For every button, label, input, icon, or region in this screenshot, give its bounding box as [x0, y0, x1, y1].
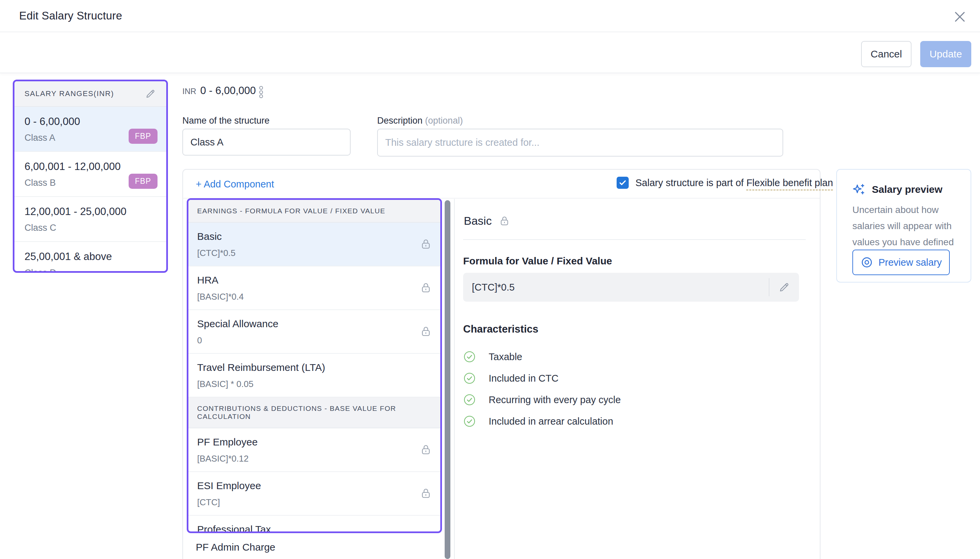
fbp-plan-link[interactable]: Flexible benefit plan [746, 177, 833, 190]
component-item-special-allowance[interactable]: Special Allowance 0 [188, 310, 440, 354]
salary-preview-card: Salary preview Uncertain about how salar… [836, 169, 971, 283]
formula-section-label: Formula for Value / Fixed Value [463, 255, 612, 267]
range-value: 25,00,001 & above [25, 251, 156, 263]
salary-preview-title: Salary preview [872, 184, 942, 195]
characteristic-row: Taxable [463, 346, 620, 367]
range-value: 12,00,001 - 25,00,000 [25, 206, 156, 218]
characteristics-label: Characteristics [463, 323, 538, 335]
component-item-pf-admin-charge[interactable]: PF Admin Charge 150 [196, 541, 276, 559]
modal-titlebar: Edit Salary Structure [0, 0, 980, 32]
component-detail-title: Basic [464, 214, 492, 227]
salary-ranges-header: SALARY RANGES(INR) [15, 81, 166, 107]
components-scrollbar[interactable] [445, 200, 450, 559]
update-button[interactable]: Update [920, 41, 971, 67]
contributions-section-header: CONTRIBUTIONS & DEDUCTIONS - BASE VALUE … [188, 397, 440, 428]
modal-title: Edit Salary Structure [19, 9, 122, 22]
lock-icon [498, 215, 510, 227]
structure-name-input[interactable] [182, 129, 351, 155]
lock-icon [419, 443, 432, 456]
salary-range-item[interactable]: 6,00,001 - 12,00,000 Class B FBP [15, 152, 166, 197]
check-circle-icon [463, 415, 476, 428]
component-item-professional-tax[interactable]: Professional Tax [CTC] [188, 516, 440, 533]
lock-icon [419, 281, 432, 294]
salary-range-item[interactable]: 0 - 6,00,000 Class A FBP [15, 107, 166, 152]
range-value: 0 - 6,00,000 [25, 116, 156, 127]
formula-value-box: [CTC]*0.5 [463, 273, 799, 302]
currency-label: INR [182, 87, 196, 96]
detail-divider [463, 239, 806, 240]
component-item-pf-employee[interactable]: PF Employee [BASIC]*0.12 [188, 428, 440, 472]
characteristic-row: Recurring with every pay cycle [463, 389, 620, 410]
sparkle-icon [852, 182, 866, 197]
name-field-label: Name of the structure [182, 116, 270, 126]
range-value: 6,00,001 - 12,00,000 [25, 160, 156, 173]
salary-ranges-panel: SALARY RANGES(INR) 0 - 6,00,000 Class A … [13, 79, 168, 273]
range-options-kebab-icon[interactable] [255, 85, 267, 99]
salary-range-item[interactable]: 25,00,001 & above Class D [15, 242, 166, 273]
fbp-checkbox[interactable] [617, 177, 629, 189]
add-component-link[interactable]: + Add Component [196, 179, 274, 190]
component-item-basic[interactable]: Basic [CTC]*0.5 [188, 223, 440, 266]
edit-ranges-pencil-icon[interactable] [145, 88, 156, 99]
characteristic-row: Included in CTC [463, 367, 620, 389]
list-detail-divider [454, 199, 455, 559]
close-icon[interactable] [952, 9, 968, 25]
characteristics-list: Taxable Included in CTC Recurring with e… [463, 346, 620, 432]
component-item-travel-reimbursement[interactable]: Travel Reimbursement (LTA) [BASIC] * 0.0… [188, 354, 440, 397]
range-heading-value: 0 - 6,00,000 [200, 84, 256, 97]
edit-salary-structure-modal: Edit Salary Structure Cancel Update SALA… [0, 0, 980, 559]
range-class: Class D [25, 268, 156, 273]
optional-hint: (optional) [425, 116, 463, 126]
eye-icon [860, 256, 873, 269]
edit-formula-pencil-icon[interactable] [769, 278, 799, 296]
characteristic-row: Included in arrear calculation [463, 410, 620, 432]
components-list-panel: EARNINGS - FORMULA FOR VALUE / FIXED VAL… [187, 198, 442, 533]
range-heading: INR 0 - 6,00,000 [182, 84, 256, 97]
cancel-button[interactable]: Cancel [861, 41, 911, 67]
check-circle-icon [463, 372, 476, 385]
range-class: Class C [25, 223, 156, 233]
component-item-esi-employee[interactable]: ESI Employee [CTC] [188, 472, 440, 516]
lock-icon [419, 238, 432, 251]
check-circle-icon [463, 394, 476, 406]
fbp-checkbox-label: Salary structure is part of Flexible ben… [635, 177, 833, 189]
component-item-hra[interactable]: HRA [BASIC]*0.4 [188, 266, 440, 310]
description-field-label: Description (optional) [377, 116, 463, 126]
earnings-section-header: EARNINGS - FORMULA FOR VALUE / FIXED VAL… [188, 200, 440, 223]
formula-value: [CTC]*0.5 [463, 282, 769, 293]
salary-preview-header: Salary preview [852, 182, 942, 197]
preview-salary-button[interactable]: Preview salary [852, 250, 950, 275]
lock-icon [419, 487, 432, 500]
check-circle-icon [463, 351, 476, 363]
fbp-badge: FBP [129, 129, 157, 144]
fbp-badge: FBP [129, 174, 157, 189]
component-detail-header: Basic [464, 214, 510, 227]
modal-actionbar [0, 33, 980, 73]
lock-icon [419, 325, 432, 338]
salary-range-item[interactable]: 12,00,001 - 25,00,000 Class C [15, 197, 166, 242]
salary-ranges-title: SALARY RANGES(INR) [25, 89, 114, 98]
description-input[interactable] [377, 129, 783, 157]
